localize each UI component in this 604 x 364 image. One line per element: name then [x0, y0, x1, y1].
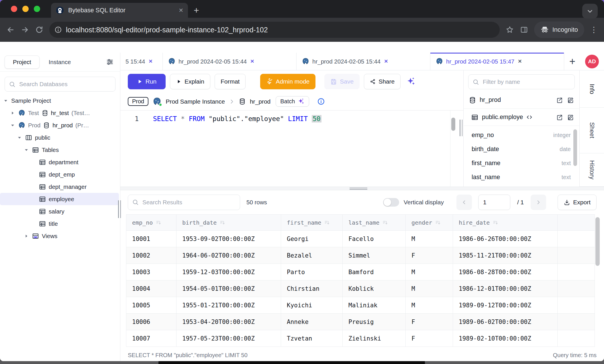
- tree-item-hr_prod[interactable]: Prodhr_prod (Pr…: [0, 119, 119, 131]
- table-cell[interactable]: 1986-08-28T00:00:00Z: [453, 264, 558, 280]
- table-cell[interactable]: 1986-12-01T00:00:00Z: [453, 280, 558, 297]
- schema-database-row[interactable]: hr_prod: [464, 92, 579, 109]
- explain-button[interactable]: Explain: [170, 74, 210, 89]
- bookmark-star-icon[interactable]: [505, 25, 514, 34]
- maximize-window-button[interactable]: [34, 6, 40, 12]
- tree-item-Tables[interactable]: Tables: [0, 144, 119, 156]
- user-avatar[interactable]: AD: [585, 55, 599, 68]
- table-row-6[interactable]: 100061953-04-20T00:00:00ZAnnekePreusigF1…: [126, 314, 595, 330]
- table-cell[interactable]: Parto: [281, 264, 343, 280]
- table-cell[interactable]: 1955-01-21T00:00:00Z: [177, 297, 281, 314]
- tree-item-public[interactable]: public: [0, 131, 119, 144]
- table-cell[interactable]: M: [406, 231, 453, 247]
- column-header-hire_date[interactable]: hire_date: [453, 215, 558, 231]
- filter-by-name-input[interactable]: [468, 74, 575, 89]
- column-header-emp_no[interactable]: emp_no: [126, 215, 177, 231]
- worksheet-tab-1[interactable]: 5 15:44✕: [120, 53, 163, 70]
- table-cell[interactable]: Georgi: [281, 231, 343, 247]
- close-window-button[interactable]: [11, 6, 17, 12]
- worksheet-tab-2[interactable]: hr_prod 2024-02-05 15:44✕: [163, 53, 297, 70]
- caret-down-icon[interactable]: [23, 147, 29, 153]
- tab-instance[interactable]: Instance: [41, 59, 79, 66]
- tree-item-hr_test[interactable]: Testhr_test (Test…: [0, 107, 119, 119]
- table-cell[interactable]: 1954-05-01T00:00:00Z: [177, 280, 281, 297]
- table-row-5[interactable]: 100051955-01-21T00:00:00ZKyoichiMaliniak…: [126, 297, 595, 314]
- worksheet-tab-4[interactable]: hr_prod 2024-02-05 15:47✕: [430, 53, 564, 70]
- table-cell[interactable]: M: [406, 297, 453, 314]
- table-cell[interactable]: 10005: [126, 297, 177, 314]
- table-cell[interactable]: Maliniak: [343, 297, 406, 314]
- column-header-gender[interactable]: gender: [406, 215, 453, 231]
- column-row-birth_date[interactable]: birth_datedate: [472, 142, 571, 156]
- table-cell[interactable]: M: [406, 280, 453, 297]
- table-cell[interactable]: Facello: [343, 231, 406, 247]
- table-cell[interactable]: 10001: [126, 231, 177, 247]
- table-cell[interactable]: 1986-06-26T00:00:00Z: [453, 231, 558, 247]
- browser-menu-icon[interactable]: ⋮: [590, 25, 598, 34]
- save-button[interactable]: Save: [324, 74, 360, 89]
- admin-mode-button[interactable]: Admin mode: [260, 74, 315, 89]
- column-row-emp_no[interactable]: emp_nointeger: [472, 128, 571, 142]
- caret-down-icon[interactable]: [10, 122, 15, 128]
- worksheet-tab-3[interactable]: hr_prod 2024-02-05 15:44✕: [297, 53, 430, 70]
- address-bar[interactable]: localhost:8080/sql-editor/prod-sample-in…: [49, 22, 500, 38]
- edit-icon[interactable]: [567, 96, 574, 104]
- back-icon[interactable]: [6, 25, 15, 34]
- table-row-3[interactable]: 100031959-12-03T00:00:00ZPartoBamfordM19…: [126, 264, 595, 280]
- table-cell[interactable]: 1985-11-21T00:00:00Z: [453, 247, 558, 264]
- table-cell[interactable]: 1953-09-02T00:00:00Z: [177, 231, 281, 247]
- table-cell[interactable]: Chirstian: [281, 280, 343, 297]
- close-worksheet-icon[interactable]: ✕: [518, 58, 522, 64]
- forward-icon[interactable]: [21, 25, 29, 34]
- side-panel-icon[interactable]: [520, 25, 528, 34]
- code-icon[interactable]: [526, 114, 533, 121]
- run-button[interactable]: Run: [128, 74, 166, 89]
- table-row-1[interactable]: 100011953-09-02T00:00:00ZGeorgiFacelloM1…: [126, 231, 595, 247]
- tree-item-salary[interactable]: salary: [0, 205, 119, 217]
- table-cell[interactable]: M: [406, 264, 453, 280]
- new-worksheet-button[interactable]: +: [569, 56, 575, 67]
- minimize-window-button[interactable]: [22, 6, 29, 12]
- site-info-icon[interactable]: [54, 26, 62, 33]
- table-cell[interactable]: F: [406, 330, 453, 347]
- table-cell[interactable]: 10007: [126, 330, 177, 347]
- table-cell[interactable]: Koblick: [343, 280, 406, 297]
- external-link-icon[interactable]: [556, 114, 563, 121]
- edit-icon[interactable]: [567, 114, 574, 121]
- side-tab-sheet[interactable]: Sheet: [580, 108, 604, 153]
- table-cell[interactable]: Kyoichi: [281, 297, 343, 314]
- table-cell[interactable]: 1989-06-02T00:00:00Z: [453, 314, 558, 330]
- table-cell[interactable]: 1953-04-20T00:00:00Z: [177, 314, 281, 330]
- table-cell[interactable]: 1957-05-23T00:00:00Z: [177, 330, 281, 347]
- close-worksheet-icon[interactable]: ✕: [384, 58, 388, 64]
- results-table[interactable]: emp_nobirth_datefirst_namelast_namegende…: [126, 214, 595, 347]
- panel-resize-handle[interactable]: [460, 120, 462, 136]
- reload-icon[interactable]: [35, 25, 44, 34]
- divider-drag-handle[interactable]: [350, 188, 367, 191]
- table-cell[interactable]: 1959-12-03T00:00:00Z: [177, 264, 281, 280]
- table-cell[interactable]: Simmel: [343, 247, 406, 264]
- table-cell[interactable]: 1989-09-12T00:00:00Z: [453, 297, 558, 314]
- sidebar-resize-handle[interactable]: [118, 200, 121, 218]
- close-tab-icon[interactable]: ✕: [179, 7, 183, 14]
- caret-right-icon[interactable]: [10, 110, 15, 116]
- table-cell[interactable]: 1989-02-10T00:00:00Z: [453, 330, 558, 347]
- table-cell[interactable]: F: [406, 314, 453, 330]
- search-databases-input[interactable]: [5, 77, 115, 92]
- vertical-display-toggle[interactable]: [383, 198, 399, 207]
- sql-editor[interactable]: 1 SELECT * FROM "public"."employee" LIMI…: [120, 110, 463, 187]
- tab-project[interactable]: Project: [5, 56, 40, 69]
- table-cell[interactable]: 10004: [126, 280, 177, 297]
- caret-right-icon[interactable]: [23, 233, 29, 239]
- batch-mode-button[interactable]: Batch: [276, 96, 309, 107]
- ai-sparkles-icon[interactable]: [406, 77, 416, 86]
- tree-item-department[interactable]: department: [0, 156, 119, 168]
- close-worksheet-icon[interactable]: ✕: [148, 58, 152, 64]
- table-row-4[interactable]: 100041954-05-01T00:00:00ZChirstianKoblic…: [126, 280, 595, 297]
- column-header-first_name[interactable]: first_name: [281, 215, 343, 231]
- filter-settings-icon[interactable]: [106, 58, 114, 66]
- table-cell[interactable]: Anneke: [281, 314, 343, 330]
- results-scrollbar[interactable]: [595, 217, 600, 266]
- instance-name[interactable]: Prod Sample Instance: [166, 98, 225, 105]
- tree-item-dept_emp[interactable]: dept_emp: [0, 168, 119, 181]
